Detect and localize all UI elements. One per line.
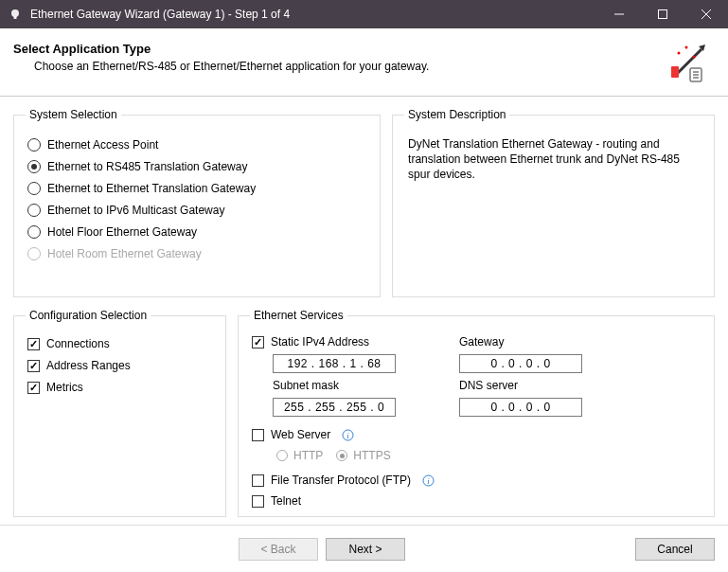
radio-https: HTTPS [336, 449, 390, 462]
checkbox-icon [27, 382, 40, 394]
radio-hotel-floor[interactable]: Hotel Floor Ethernet Gateway [27, 225, 368, 239]
titlebar: Ethernet Gateway Wizard (Gateway 1) - St… [0, 0, 728, 28]
radio-icon [27, 160, 41, 173]
cancel-button[interactable]: Cancel [635, 538, 715, 561]
checkbox-icon [27, 338, 40, 350]
radio-ethernet-ethernet-translation[interactable]: Ethernet to Ethernet Translation Gateway [27, 182, 368, 195]
subnet-mask-label: Subnet mask [252, 379, 435, 392]
radio-label: Ethernet Access Point [47, 138, 158, 152]
subnet-mask-input[interactable]: 255 . 255 . 255 . 0 [273, 398, 396, 417]
configuration-selection-legend: Configuration Selection [26, 309, 151, 322]
svg-rect-11 [671, 66, 679, 78]
wizard-header: Select Application Type Choose an Ethern… [0, 28, 728, 97]
checkbox-metrics[interactable]: Metrics [27, 381, 214, 394]
radio-ethernet-rs485-translation[interactable]: Ethernet to RS485 Translation Gateway [27, 160, 368, 173]
radio-hotel-room: Hotel Room Ethernet Gateway [27, 247, 368, 260]
minimize-button[interactable] [597, 0, 641, 28]
checkbox-icon [252, 495, 264, 508]
radio-icon [27, 225, 41, 239]
checkbox-icon [252, 474, 264, 487]
radio-label: Ethernet to Ethernet Translation Gateway [47, 182, 256, 195]
gateway-input[interactable]: 0 . 0 . 0 . 0 [459, 354, 582, 373]
ethernet-services-legend: Ethernet Services [250, 309, 347, 322]
radio-label: Hotel Room Ethernet Gateway [47, 247, 202, 260]
dns-server-label: DNS server [459, 379, 582, 392]
radio-icon [27, 247, 41, 260]
checkbox-label: Telnet [271, 494, 301, 508]
system-selection-group: System Selection Ethernet Access Point E… [13, 108, 381, 297]
svg-point-10 [693, 56, 696, 59]
close-button[interactable] [684, 0, 728, 28]
system-description-group: System Description DyNet Translation Eth… [392, 108, 715, 297]
next-button[interactable]: Next > [326, 538, 405, 561]
gateway-label: Gateway [459, 335, 582, 349]
checkbox-label: Metrics [46, 381, 83, 394]
checkbox-telnet[interactable]: Telnet [252, 494, 435, 508]
page-title: Select Application Type [13, 42, 667, 56]
wizard-content: System Selection Ethernet Access Point E… [0, 97, 728, 525]
svg-point-9 [685, 46, 688, 49]
radio-icon [27, 182, 41, 195]
radio-icon [27, 138, 41, 152]
back-button: < Back [239, 538, 318, 561]
svg-rect-3 [659, 10, 667, 19]
info-icon[interactable]: i [341, 428, 354, 441]
radio-label: Ethernet to IPv6 Multicast Gateway [47, 204, 224, 217]
radio-ethernet-access-point[interactable]: Ethernet Access Point [27, 138, 368, 152]
checkbox-label: Web Server [271, 428, 330, 441]
radio-label: HTTPS [353, 449, 390, 462]
radio-icon [336, 450, 347, 461]
system-description-legend: System Description [404, 108, 509, 121]
svg-rect-1 [14, 16, 17, 19]
checkbox-label: Connections [46, 337, 110, 350]
checkbox-address-ranges[interactable]: Address Ranges [27, 359, 214, 372]
radio-http: HTTP [276, 449, 323, 462]
radio-icon [27, 204, 41, 217]
checkbox-label: File Transfer Protocol (FTP) [271, 474, 411, 487]
checkbox-label: Static IPv4 Address [271, 335, 369, 349]
radio-label: HTTP [293, 449, 323, 462]
checkbox-connections[interactable]: Connections [27, 337, 214, 350]
radio-ipv6-multicast[interactable]: Ethernet to IPv6 Multicast Gateway [27, 204, 368, 217]
maximize-button[interactable] [641, 0, 684, 28]
checkbox-label: Address Ranges [46, 359, 131, 372]
checkbox-web-server[interactable]: Web Server i [252, 428, 435, 441]
app-icon [8, 7, 23, 22]
page-subtitle: Choose an Ethernet/RS-485 or Ethernet/Et… [13, 60, 667, 73]
button-bar: < Back Next > Cancel [0, 525, 728, 572]
wizard-icon [667, 42, 709, 83]
static-ipv4-input[interactable]: 192 . 168 . 1 . 68 [273, 354, 396, 373]
radio-label: Hotel Floor Ethernet Gateway [47, 225, 197, 239]
svg-text:i: i [427, 476, 430, 486]
radio-label: Ethernet to RS485 Translation Gateway [47, 160, 247, 173]
checkbox-icon [252, 429, 264, 441]
system-selection-legend: System Selection [26, 108, 121, 121]
svg-point-0 [11, 9, 19, 17]
checkbox-icon [252, 336, 264, 349]
checkbox-ftp[interactable]: File Transfer Protocol (FTP) i [252, 474, 435, 487]
system-description-text: DyNet Translation Ethernet Gateway - rou… [404, 131, 702, 188]
window-title: Ethernet Gateway Wizard (Gateway 1) - St… [30, 8, 597, 21]
svg-point-8 [678, 52, 681, 55]
checkbox-icon [27, 360, 40, 372]
radio-icon [276, 450, 288, 461]
info-icon[interactable]: i [421, 474, 435, 487]
svg-text:i: i [346, 431, 349, 440]
checkbox-static-ipv4[interactable]: Static IPv4 Address [252, 335, 435, 349]
ethernet-services-group: Ethernet Services Static IPv4 Address 19… [238, 309, 715, 517]
configuration-selection-group: Configuration Selection Connections Addr… [13, 309, 226, 517]
dns-server-input[interactable]: 0 . 0 . 0 . 0 [459, 398, 582, 417]
